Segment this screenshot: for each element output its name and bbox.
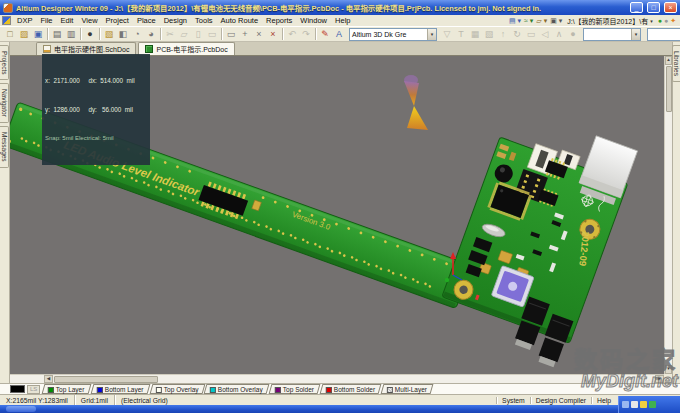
cross-probe-icon[interactable]: × bbox=[266, 28, 280, 41]
windows-taskbar[interactable] bbox=[0, 405, 680, 413]
layer-tab-bottom-overlay[interactable]: Bottom Overlay bbox=[204, 384, 270, 394]
wiring-tools-icon[interactable]: ≈ ▾ bbox=[524, 17, 533, 25]
menu-dxp[interactable]: DXP bbox=[13, 16, 36, 25]
close-button[interactable]: × bbox=[664, 2, 677, 13]
menu-file[interactable]: File bbox=[36, 16, 56, 25]
deselect-all-icon[interactable]: × bbox=[252, 28, 266, 41]
layer-tab-label: Bottom Layer bbox=[105, 386, 144, 393]
vertical-scrollbar[interactable]: ▲ ▼ bbox=[664, 56, 672, 374]
layer-tab-multi-layer[interactable]: Multi-Layer bbox=[381, 384, 434, 394]
forward-icon[interactable]: ● bbox=[664, 17, 668, 25]
favorites-path-combo[interactable]: J:\【我的新项目2012】\有 ▾ bbox=[565, 15, 654, 26]
net-filter-combo[interactable]: ▾ bbox=[583, 28, 641, 41]
bottom-layer-color-swatch bbox=[97, 386, 103, 392]
place-line-icon[interactable]: ✎ bbox=[318, 28, 332, 41]
menu-reports[interactable]: Reports bbox=[262, 16, 296, 25]
layer-tab-top-solder[interactable]: Top Solder bbox=[269, 384, 321, 394]
scroll-down-icon[interactable]: ▼ bbox=[665, 365, 672, 374]
scroll-right-icon[interactable]: ▶ bbox=[655, 375, 664, 383]
back-icon[interactable]: ● bbox=[658, 17, 662, 25]
design-rule-check-icon: ▽ bbox=[440, 28, 454, 41]
title-bar[interactable]: Altium Designer Winter 09 - J:\【我的新项目201… bbox=[0, 0, 680, 15]
browse-icon[interactable]: ● bbox=[83, 28, 97, 41]
panel-tab-libraries[interactable]: Libraries bbox=[672, 45, 680, 82]
toolbar-separator bbox=[47, 28, 48, 40]
print-preview-icon[interactable]: ▥ bbox=[64, 28, 78, 41]
menu-tools[interactable]: Tools bbox=[191, 16, 217, 25]
schematic-standard-icon[interactable]: ▤ ▾ bbox=[509, 17, 521, 25]
chevron-down-icon: ▾ bbox=[427, 29, 436, 40]
layer-tab-bottom-solder[interactable]: Bottom Solder bbox=[320, 384, 382, 394]
hud-y-row: y: 1286.000 dy: 56.000 mil bbox=[45, 105, 147, 115]
panel-button-help[interactable]: Help bbox=[591, 397, 616, 404]
bottom-overlay-color-swatch bbox=[210, 386, 216, 392]
left-panel-strip: ProjectsNavigatorMessages bbox=[0, 42, 10, 383]
select-area-icon[interactable]: ▭ bbox=[224, 28, 238, 41]
new-document-icon[interactable]: □ bbox=[3, 28, 17, 41]
favorites-icon[interactable]: ✦ bbox=[670, 17, 676, 25]
hud-x-row: x: 2171.000 dx: 514.000 mil bbox=[45, 76, 147, 86]
scroll-left-icon[interactable]: ◀ bbox=[44, 375, 53, 383]
tray-volume-icon[interactable] bbox=[631, 401, 638, 408]
menu-help[interactable]: Help bbox=[331, 16, 354, 25]
panel-tab-navigator[interactable]: Navigator bbox=[0, 83, 9, 123]
menu-project[interactable]: Project bbox=[102, 16, 133, 25]
print-icon[interactable]: ▤ bbox=[50, 28, 64, 41]
tray-antivirus-icon[interactable] bbox=[649, 401, 656, 408]
menu-view[interactable]: View bbox=[77, 16, 101, 25]
open-workspace-icon[interactable]: ◧ bbox=[116, 28, 130, 41]
menu-window[interactable]: Window bbox=[296, 16, 331, 25]
menu-auto-route[interactable]: Auto Route bbox=[217, 16, 263, 25]
menu-place[interactable]: Place bbox=[133, 16, 160, 25]
pcb-doc-icon bbox=[145, 45, 153, 53]
scroll-up-icon[interactable]: ▲ bbox=[665, 56, 672, 65]
menu-bar: DXPFileEditViewProjectPlaceDesignToolsAu… bbox=[0, 15, 680, 26]
panel-button-system[interactable]: System bbox=[496, 397, 530, 404]
horizontal-scrollbar[interactable]: ◀ ▶ bbox=[10, 374, 664, 383]
panel-tab-projects[interactable]: Projects bbox=[0, 45, 9, 80]
vertical-scroll-thumb[interactable] bbox=[666, 66, 672, 112]
move-selection-icon: ↑ bbox=[496, 28, 510, 41]
open-project-icon[interactable]: ▧ bbox=[102, 28, 116, 41]
save-icon[interactable]: ▣ bbox=[31, 28, 45, 41]
tray-network-icon[interactable] bbox=[622, 401, 629, 408]
panel-button-design-compiler[interactable]: Design Compiler bbox=[530, 397, 591, 404]
layer-tab-top-layer[interactable]: Top Layer bbox=[42, 384, 91, 394]
horizontal-scroll-thumb[interactable] bbox=[54, 376, 158, 383]
current-layer-swatch[interactable] bbox=[10, 385, 25, 393]
view-configuration-combo[interactable]: Altium 3D Dk Gre ▾ bbox=[349, 28, 437, 41]
app-icon bbox=[3, 3, 13, 13]
top-overlay-color-swatch bbox=[156, 386, 162, 392]
view-configuration-value: Altium 3D Dk Gre bbox=[350, 31, 427, 38]
maximize-button[interactable]: □ bbox=[647, 2, 660, 13]
layer-tab-label: Multi-Layer bbox=[395, 386, 427, 393]
layer-tab-bottom-layer[interactable]: Bottom Layer bbox=[90, 384, 150, 394]
zoom-fit-icon[interactable]: ◔ bbox=[130, 28, 144, 41]
status-bar: X:2165mil Y:1283mil Grid:1mil (Electrica… bbox=[0, 394, 680, 405]
layer-sets-button[interactable]: LS bbox=[27, 385, 40, 394]
alignment-icon: ▭ bbox=[524, 28, 538, 41]
layer-tab-label: Top Overlay bbox=[164, 386, 199, 393]
minimize-button[interactable]: _ bbox=[630, 2, 643, 13]
open-file-icon[interactable]: ▨ bbox=[17, 28, 31, 41]
rotate-selection-icon: ↻ bbox=[510, 28, 524, 41]
menu-design[interactable]: Design bbox=[160, 16, 191, 25]
tray-moon-icon[interactable] bbox=[640, 401, 647, 408]
menu-edit[interactable]: Edit bbox=[57, 16, 78, 25]
move-object-icon[interactable]: + bbox=[238, 28, 252, 41]
zoom-area-icon[interactable]: ◕ bbox=[144, 28, 158, 41]
utility-tools-icon[interactable]: ▱ ▾ bbox=[536, 17, 547, 25]
layer-tab-top-overlay[interactable]: Top Overlay bbox=[149, 384, 205, 394]
doc-tab-pcbdoc[interactable]: PCB-电平指示.PcbDoc bbox=[138, 42, 234, 55]
navigation-tools-icon[interactable]: ▣ ▾ bbox=[550, 17, 562, 25]
paste-icon: ▯ bbox=[191, 28, 205, 41]
panel-tab-messages[interactable]: Messages bbox=[0, 126, 9, 168]
heads-up-display: x: 2171.000 dx: 514.000 mil y: 1286.000 … bbox=[42, 54, 150, 165]
taskbar-quick-launch[interactable] bbox=[6, 406, 36, 412]
chevron-down-icon: ▾ bbox=[631, 29, 640, 40]
multi-layer-color-swatch bbox=[387, 386, 393, 392]
cut-icon: ✂ bbox=[163, 28, 177, 41]
place-string-icon[interactable]: A bbox=[332, 28, 346, 41]
system-tray[interactable] bbox=[618, 396, 680, 413]
component-filter-combo[interactable]: ▾ bbox=[647, 28, 680, 41]
